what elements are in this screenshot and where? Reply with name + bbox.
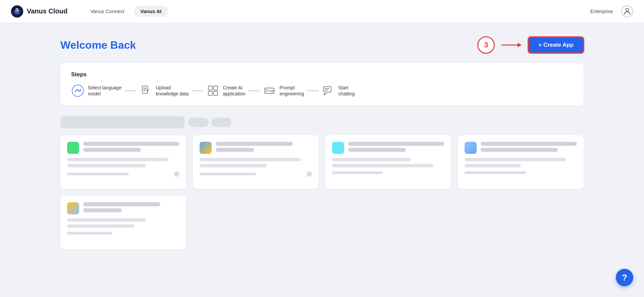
step-2-label: Uploadknowledge data — [156, 85, 189, 97]
card-3-body — [332, 158, 444, 167]
card-5-header — [67, 202, 179, 214]
card-1-subtitle-bar — [83, 148, 141, 152]
card-1-title-bar — [83, 142, 179, 146]
search-filter-area — [60, 116, 584, 128]
card-3-footer-bar — [332, 171, 383, 174]
svg-rect-10 — [142, 86, 148, 93]
step-5-icon — [322, 84, 335, 97]
svg-rect-13 — [208, 91, 212, 95]
card-5-line-2 — [67, 224, 135, 228]
step-dots-3 — [245, 90, 263, 91]
card-1-footer-bar — [67, 173, 129, 175]
app-card-1[interactable] — [60, 135, 186, 189]
main-nav: Vanus Connect Vanus AI — [84, 6, 590, 17]
svg-point-4 — [17, 9, 19, 10]
card-4-title-bar — [481, 142, 577, 146]
card-2-body — [200, 158, 312, 167]
header-right: Enterprise — [590, 5, 633, 17]
card-4-header — [465, 142, 577, 154]
card-3-footer — [332, 171, 444, 174]
step-4: Prom Promptengineering — [263, 84, 304, 97]
tab-blur-2 — [211, 118, 231, 127]
step-1-icon — [71, 84, 85, 97]
card-2-line-1 — [200, 158, 301, 161]
svg-rect-17 — [324, 87, 331, 92]
card-3-header — [332, 142, 444, 154]
card-5-body — [67, 218, 179, 228]
logo-icon — [11, 5, 23, 18]
card-4-line-2 — [465, 164, 521, 167]
card-1-icon — [67, 142, 79, 154]
app-card-3[interactable] — [325, 135, 451, 189]
card-1-line-1 — [67, 158, 168, 161]
logo: Vanus Cloud — [11, 5, 67, 18]
step-dots-1 — [121, 90, 139, 91]
card-1-title-block — [83, 142, 179, 154]
card-4-line-1 — [465, 158, 566, 161]
enterprise-link[interactable]: Enterprise — [590, 8, 613, 14]
card-3-title-bar — [348, 142, 444, 146]
step-5-label: Startchatting — [338, 85, 355, 97]
tab-blurs — [189, 118, 231, 127]
step-1-label: Select languagemodel — [88, 85, 121, 97]
steps-title: Steps — [71, 71, 573, 78]
app-card-4[interactable] — [458, 135, 584, 189]
arrow-right-icon — [501, 41, 522, 49]
step-dots-2 — [189, 90, 206, 91]
card-5-line-1 — [67, 218, 146, 222]
card-3-subtitle-bar — [348, 148, 406, 152]
card-4-title-block — [481, 142, 577, 154]
svg-marker-7 — [518, 43, 522, 47]
card-3-icon — [332, 142, 344, 154]
steps-row: Select languagemodel Uploadknowledge dat… — [71, 84, 573, 97]
tab-blur-1 — [189, 118, 209, 127]
step-badge: 3 — [477, 36, 495, 54]
card-2-footer-icon — [307, 171, 312, 177]
steps-section: Steps Select languagemodel — [60, 63, 584, 105]
card-5-title-bar — [83, 202, 160, 206]
card-2-icon — [200, 142, 212, 154]
step-5: Startchatting — [322, 84, 355, 97]
svg-point-8 — [72, 85, 84, 96]
card-2-subtitle-bar — [216, 148, 254, 152]
step-3-label: Create AIapplication — [223, 85, 246, 97]
card-1-footer — [67, 171, 179, 177]
card-5-footer-bar — [67, 232, 112, 235]
card-2-title-bar — [216, 142, 293, 146]
cards-grid — [60, 135, 584, 249]
step-3: Create AIapplication — [206, 84, 246, 97]
top-right-area: 3 + Create App — [477, 36, 584, 54]
card-2-footer — [200, 171, 312, 177]
card-4-footer — [465, 171, 577, 174]
card-3-title-block — [348, 142, 444, 154]
step-2: Uploadknowledge data — [139, 84, 189, 97]
card-4-footer-bar — [465, 171, 526, 174]
nav-ai[interactable]: Vanus AI — [134, 6, 168, 17]
main-content: Welcome Back 3 + Create App Steps — [0, 23, 644, 263]
card-2-title-block — [216, 142, 312, 154]
card-4-subtitle-bar — [481, 148, 558, 152]
top-row: Welcome Back 3 + Create App — [60, 36, 584, 54]
app-card-2[interactable] — [193, 135, 319, 189]
card-2-header — [200, 142, 312, 154]
card-5-footer — [67, 232, 179, 235]
nav-connect[interactable]: Vanus Connect — [84, 6, 131, 17]
card-3-line-1 — [332, 158, 411, 161]
svg-rect-14 — [214, 91, 218, 95]
card-5-icon — [67, 202, 79, 214]
svg-rect-11 — [208, 86, 212, 90]
create-app-button[interactable]: + Create App — [528, 37, 584, 53]
card-5-subtitle-bar — [83, 208, 122, 212]
card-1-body — [67, 158, 179, 167]
card-3-line-2 — [332, 164, 433, 167]
svg-point-5 — [626, 8, 629, 11]
step-1: Select languagemodel — [71, 84, 121, 97]
help-button[interactable]: ? — [616, 269, 633, 286]
card-2-footer-bar — [200, 173, 256, 175]
svg-point-9 — [80, 89, 81, 91]
app-card-5[interactable] — [60, 196, 186, 249]
step-dots-4 — [304, 90, 322, 91]
card-4-body — [465, 158, 577, 167]
header: Vanus Cloud Vanus Connect Vanus AI Enter… — [0, 0, 644, 23]
user-avatar[interactable] — [621, 5, 633, 17]
